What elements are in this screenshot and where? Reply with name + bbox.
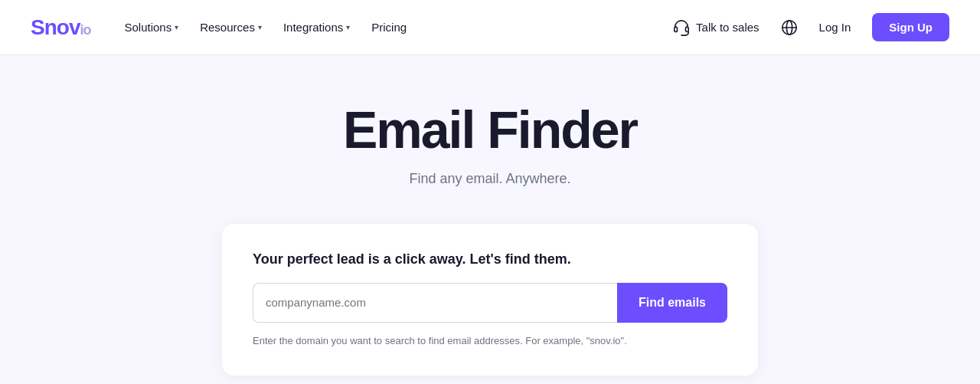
- solutions-label: Solutions: [124, 21, 172, 34]
- search-row: Find emails: [253, 283, 727, 323]
- search-card-heading: Your perfect lead is a click away. Let's…: [253, 251, 727, 267]
- hero-title: Email Finder: [343, 101, 637, 159]
- main-content: Email Finder Find any email. Anywhere. Y…: [0, 55, 980, 384]
- logo-io: io: [80, 23, 90, 37]
- navbar-left: Snov io Solutions ▾ Resources ▾ Integrat…: [31, 15, 416, 40]
- svg-rect-0: [675, 27, 678, 31]
- hero-subtitle: Find any email. Anywhere.: [409, 171, 570, 187]
- logo[interactable]: Snov io: [31, 17, 90, 38]
- talk-to-sales-button[interactable]: Talk to sales: [664, 13, 769, 42]
- nav-item-solutions[interactable]: Solutions ▾: [115, 15, 188, 40]
- navbar-right: Talk to sales Log In Sign Up: [664, 13, 949, 42]
- svg-rect-1: [686, 27, 689, 31]
- resources-label: Resources: [200, 21, 255, 34]
- integrations-label: Integrations: [283, 21, 343, 34]
- integrations-chevron-icon: ▾: [346, 23, 350, 31]
- talk-to-sales-label: Talk to sales: [696, 21, 760, 34]
- nav-links: Solutions ▾ Resources ▾ Integrations ▾ P…: [115, 15, 416, 40]
- logo-snov: Snov: [31, 17, 80, 38]
- navbar: Snov io Solutions ▾ Resources ▾ Integrat…: [0, 0, 980, 55]
- find-emails-label: Find emails: [639, 296, 706, 309]
- signup-label: Sign Up: [889, 21, 933, 34]
- resources-chevron-icon: ▾: [258, 23, 262, 31]
- nav-item-integrations[interactable]: Integrations ▾: [274, 15, 359, 40]
- login-button[interactable]: Log In: [810, 15, 861, 40]
- globe-icon[interactable]: [781, 19, 798, 36]
- find-emails-button[interactable]: Find emails: [617, 283, 727, 323]
- solutions-chevron-icon: ▾: [175, 23, 178, 31]
- nav-item-resources[interactable]: Resources ▾: [191, 15, 271, 40]
- domain-input[interactable]: [253, 283, 617, 323]
- signup-button[interactable]: Sign Up: [872, 13, 949, 41]
- login-label: Log In: [819, 21, 851, 34]
- search-hint: Enter the domain you want to search to f…: [253, 333, 727, 349]
- nav-item-pricing[interactable]: Pricing: [362, 15, 416, 40]
- headset-icon: [673, 19, 690, 36]
- pricing-label: Pricing: [371, 21, 407, 34]
- search-card: Your perfect lead is a click away. Let's…: [222, 224, 758, 376]
